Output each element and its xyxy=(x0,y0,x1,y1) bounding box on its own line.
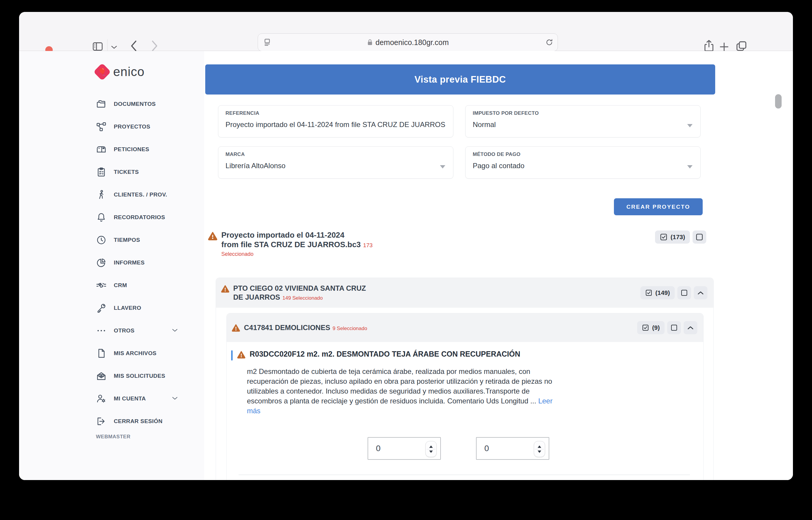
subchapter-selected-count: (9) xyxy=(652,324,660,331)
deselect-all-toggle[interactable] xyxy=(693,231,706,243)
chapter-selected-label: 149 Seleccionado xyxy=(282,295,323,301)
logout-icon xyxy=(96,416,107,427)
envelope-open-icon xyxy=(96,371,107,381)
impuesto-select[interactable]: IMPUESTO POR DEFECTO Normal xyxy=(465,105,701,137)
crear-proyecto-button[interactable]: CREAR PROYECTO xyxy=(614,198,703,215)
chapter-header[interactable]: PTO CIEGO 02 VIVIENDA SANTA CRUZ DE JUAR… xyxy=(216,278,713,308)
checkbox-checked-icon xyxy=(642,324,649,331)
chapter-collapse-button[interactable] xyxy=(694,286,707,300)
selected-count-label: (173) xyxy=(671,233,685,241)
subchapter-selected-label: 9 Seleccionado xyxy=(332,326,367,331)
sidebar-item-otros[interactable]: OTROS xyxy=(19,319,204,342)
sidebar-item-mis-solicitudes[interactable]: MIS SOLICITUDES xyxy=(19,365,204,387)
marca-select[interactable]: MARCA Librería AltoAlonso xyxy=(218,147,453,179)
app-logo[interactable]: 🎈 enico xyxy=(96,65,204,79)
subchapter-select-all-toggle[interactable]: (9) xyxy=(637,321,665,334)
sidebar: 🎈 enico DOCUMENTOS PROYECTOS PETICIONES xyxy=(19,51,204,480)
metodo-pago-select[interactable]: MÉTODO DE PAGO Pago al contado xyxy=(465,147,701,179)
sidebar-item-label: CRM xyxy=(114,282,127,289)
user-gear-icon xyxy=(96,393,107,404)
chevron-down-icon xyxy=(172,328,178,333)
bell-icon xyxy=(96,212,107,223)
back-button[interactable] xyxy=(130,40,138,52)
warning-icon xyxy=(221,284,230,293)
project-selected-label: Seleccionado xyxy=(221,251,373,257)
stepper-control[interactable] xyxy=(425,441,437,457)
toolbar-chevron-down-icon[interactable] xyxy=(111,45,117,50)
chevron-up-icon xyxy=(697,291,704,295)
subchapter-title: C417841 DEMOLICIONES xyxy=(244,323,330,332)
chapter-deselect-toggle[interactable] xyxy=(677,286,691,300)
chapter-title-line1: PTO CIEGO 02 VIVIENDA SANTA CRUZ xyxy=(233,284,366,293)
url-text[interactable]: demoenico.180gr.com xyxy=(375,38,449,47)
stepper-up-icon[interactable] xyxy=(538,445,541,448)
warning-icon xyxy=(237,350,246,359)
impuesto-value: Normal xyxy=(473,121,693,129)
quantity-input-2[interactable]: 0 xyxy=(476,437,549,460)
import-form: REFERENCIA IMPUESTO POR DEFECTO Normal M… xyxy=(218,105,715,179)
stepper-control[interactable] xyxy=(534,441,545,457)
line-item-description: m2 Desmontado de cubierta de teja cerámi… xyxy=(247,366,558,416)
project-selection-controls: (173) xyxy=(655,231,706,243)
chevron-up-icon xyxy=(687,326,694,330)
sidebar-item-mi-cuenta[interactable]: MI CUENTA xyxy=(19,387,204,410)
sidebar-item-recordatorios[interactable]: RECORDATORIOS xyxy=(19,206,204,229)
chapter-select-all-toggle[interactable]: (149) xyxy=(640,286,675,300)
sidebar-item-label: LLAVERO xyxy=(114,305,141,311)
pie-chart-icon xyxy=(96,257,107,268)
stepper-down-icon[interactable] xyxy=(538,450,541,453)
file-icon xyxy=(96,348,107,359)
sidebar-item-proyectos[interactable]: PROYECTOS xyxy=(19,115,204,138)
project-selected-count: 173 xyxy=(363,242,373,249)
address-bar[interactable]: demoenico.180gr.com xyxy=(258,33,558,51)
project-title-line2: from file STA CRUZ DE JUARROS.bc3 xyxy=(221,240,361,249)
logo-text: enico xyxy=(113,65,144,79)
project-title-line1: Proyecto importado el 04-11-2024 xyxy=(221,231,373,240)
clipboard-icon xyxy=(96,167,107,177)
sidebar-item-label: OTROS xyxy=(114,328,135,334)
sidebar-item-cerrar-sesion[interactable]: CERRAR SESIÓN xyxy=(19,410,204,433)
sidebar-item-crm[interactable]: CRM xyxy=(19,274,204,297)
tab-overview-icon[interactable] xyxy=(735,40,748,52)
sidebar-item-peticiones[interactable]: PETICIONES xyxy=(19,138,204,161)
project-title-block: Proyecto importado el 04-11-2024 from fi… xyxy=(207,231,373,257)
reload-icon[interactable] xyxy=(545,38,554,47)
sidebar-item-label: CERRAR SESIÓN xyxy=(114,418,163,424)
sidebar-item-tickets[interactable]: TICKETS xyxy=(19,161,204,183)
chapter-title-line2: DE JUARROS xyxy=(233,293,280,301)
subchapter-collapse-button[interactable] xyxy=(683,321,697,334)
quantity-value: 0 xyxy=(376,444,381,453)
browser-toolbar: demoenico.180gr.com xyxy=(19,12,793,51)
org-nodes-icon xyxy=(96,121,107,132)
subchapter-deselect-toggle[interactable] xyxy=(667,321,681,334)
walking-person-icon xyxy=(96,189,107,200)
sidebar-item-tiempos[interactable]: TIEMPOS xyxy=(19,229,204,251)
stepper-down-icon[interactable] xyxy=(429,450,433,453)
referencia-input[interactable] xyxy=(225,121,446,129)
warning-icon xyxy=(231,323,241,333)
page-title: Vista previa FIEBDC xyxy=(415,74,506,85)
sidebar-item-label: TIEMPOS xyxy=(114,237,140,243)
sidebar-item-informes[interactable]: INFORMES xyxy=(19,251,204,274)
forward-button[interactable] xyxy=(151,40,159,52)
sidebar-toggle-icon[interactable] xyxy=(92,41,104,52)
item-accent-bar xyxy=(231,350,233,361)
select-all-toggle[interactable]: (173) xyxy=(655,231,690,243)
referencia-field[interactable]: REFERENCIA xyxy=(218,105,453,137)
checkbox-empty-icon xyxy=(671,324,678,331)
key-icon xyxy=(96,303,107,313)
sidebar-item-clientes-prov[interactable]: CLIENTES. / PROV. xyxy=(19,183,204,206)
sidebar-item-llavero[interactable]: LLAVERO xyxy=(19,297,204,319)
reader-icon[interactable] xyxy=(263,38,272,47)
item-divider xyxy=(239,475,690,475)
line-item-header: R03DCC020F12 m2. m2. DESMONTADO TEJA ÁRA… xyxy=(231,350,703,361)
quantity-input-1[interactable]: 0 xyxy=(368,437,441,460)
subchapter-header[interactable]: C417841 DEMOLICIONES9 Seleccionado (9) xyxy=(227,313,703,342)
sidebar-item-label: TICKETS xyxy=(114,169,139,175)
sidebar-item-mis-archivos[interactable]: MIS ARCHIVOS xyxy=(19,342,204,365)
stepper-up-icon[interactable] xyxy=(429,445,433,448)
metodo-pago-value: Pago al contado xyxy=(473,162,693,170)
sidebar-item-label: MI CUENTA xyxy=(114,395,146,402)
sidebar-item-documentos[interactable]: DOCUMENTOS xyxy=(19,93,204,115)
page-scrollbar[interactable] xyxy=(775,94,782,108)
